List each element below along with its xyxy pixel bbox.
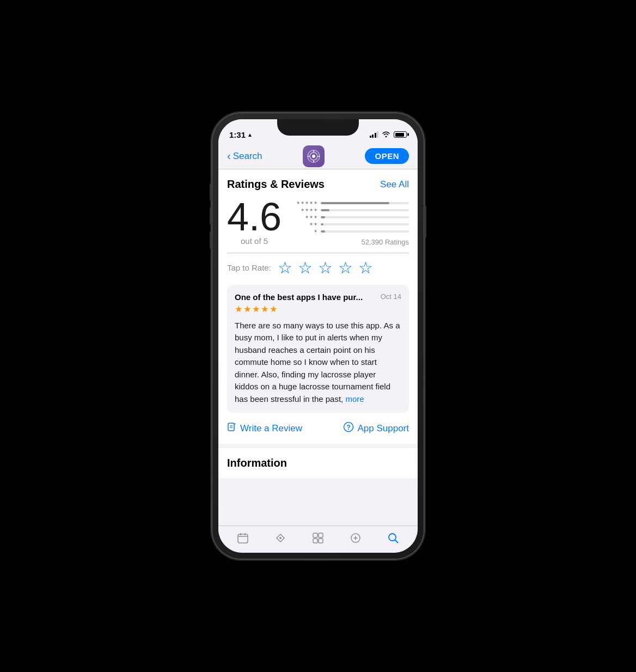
section-title: Ratings & Reviews (227, 178, 325, 191)
bottom-spacer (218, 478, 418, 511)
svg-line-23 (395, 540, 398, 543)
write-review-icon (227, 422, 237, 435)
tap-to-rate: Tap to Rate: ☆ ☆ ☆ ☆ ☆ (227, 260, 409, 276)
rate-star-4[interactable]: ☆ (338, 260, 353, 276)
write-review-button[interactable]: Write a Review (227, 421, 318, 435)
svg-point-16 (279, 537, 282, 539)
review-text: There are so many ways to use this app. … (235, 320, 401, 406)
rate-star-2[interactable]: ☆ (298, 260, 313, 276)
rate-star-3[interactable]: ☆ (318, 260, 333, 276)
app-icon-svg (307, 149, 321, 163)
svg-rect-19 (313, 539, 317, 543)
svg-rect-18 (319, 533, 323, 537)
svg-point-2 (312, 155, 315, 158)
time-text: 1:31 (229, 130, 246, 139)
review-star-2: ★ (243, 304, 251, 314)
rating-score: 4.6 out of 5 (227, 197, 282, 246)
apps-icon (312, 532, 324, 547)
arcade-icon (350, 532, 362, 547)
bar-row-4: ★ ★ ★ ★ (290, 207, 409, 212)
status-icons (370, 131, 407, 139)
review-star-3: ★ (252, 304, 260, 314)
svg-rect-12 (238, 534, 248, 543)
signal-icon (370, 131, 379, 138)
back-button[interactable]: ‹ Search (227, 150, 262, 162)
bar-stars-4: ★ ★ ★ ★ (290, 207, 317, 212)
review-card: One of the best apps I have pur... Oct 1… (227, 285, 409, 413)
see-all-button[interactable]: See All (380, 179, 409, 190)
section-header: Ratings & Reviews See All (227, 178, 409, 191)
navigation-bar: ‹ Search OPEN (218, 143, 418, 169)
review-date: Oct 14 (381, 292, 401, 301)
content-area: Ratings & Reviews See All 4.6 out of 5 ★… (218, 169, 418, 526)
svg-rect-17 (313, 533, 317, 537)
tab-games[interactable] (261, 530, 299, 549)
tab-arcade[interactable] (337, 530, 375, 549)
action-buttons: Write a Review ? App Support (227, 421, 409, 435)
rating-bars: ★ ★ ★ ★ ★ ★ ★ ★ (290, 197, 409, 246)
signal-bar-3 (375, 133, 376, 138)
divider-1 (227, 253, 409, 253)
phone-notch (277, 119, 359, 136)
phone-device: 1:31 ▲ (212, 113, 424, 559)
ratings-reviews-section: Ratings & Reviews See All 4.6 out of 5 ★… (218, 169, 418, 444)
info-title: Information (227, 457, 287, 469)
bar-row-1: ★ (290, 229, 409, 234)
review-stars: ★ ★ ★ ★ ★ (235, 304, 401, 314)
battery-icon (394, 131, 407, 138)
app-icon (303, 145, 325, 167)
tab-search[interactable] (375, 530, 412, 549)
open-button[interactable]: OPEN (365, 148, 409, 164)
bar-stars-5: ★ ★ ★ ★ ★ (290, 200, 317, 205)
app-support-button[interactable]: ? App Support (318, 421, 409, 435)
phone-screen: 1:31 ▲ (218, 119, 418, 553)
review-more-link[interactable]: more (345, 394, 364, 404)
tab-today[interactable] (224, 530, 261, 549)
bar-stars-2: ★ ★ (290, 222, 317, 227)
signal-bar-2 (372, 135, 374, 138)
signal-bar-4 (377, 131, 378, 138)
review-star-4: ★ (261, 304, 268, 314)
svg-rect-20 (319, 539, 323, 543)
today-icon (237, 532, 249, 547)
tab-apps[interactable] (299, 530, 337, 549)
bar-row-5: ★ ★ ★ ★ ★ (290, 200, 409, 205)
rate-stars[interactable]: ☆ ☆ ☆ ☆ ☆ (278, 260, 373, 276)
svg-rect-7 (228, 423, 234, 431)
rating-overview: 4.6 out of 5 ★ ★ ★ ★ ★ (227, 197, 409, 246)
location-arrow-icon: ▲ (247, 132, 253, 138)
signal-bar-1 (370, 136, 371, 138)
tab-bar (218, 526, 418, 553)
svg-text:?: ? (347, 424, 351, 431)
bar-stars-3: ★ ★ ★ (290, 215, 317, 219)
search-icon (387, 532, 399, 547)
review-title: One of the best apps I have pur... (235, 292, 376, 302)
back-label[interactable]: Search (233, 151, 262, 162)
wifi-icon (382, 131, 390, 139)
ratings-count: 52,390 Ratings (290, 238, 409, 246)
info-section: Information (218, 448, 418, 478)
games-icon (274, 532, 286, 547)
tap-label: Tap to Rate: (227, 263, 271, 272)
rate-star-1[interactable]: ☆ (278, 260, 292, 276)
rating-number: 4.6 (227, 197, 282, 236)
bar-stars-1: ★ (290, 229, 317, 234)
battery-fill (395, 133, 404, 137)
review-star-5: ★ (270, 304, 277, 314)
app-support-label[interactable]: App Support (357, 423, 409, 434)
review-star-1: ★ (235, 304, 242, 314)
write-review-label[interactable]: Write a Review (240, 423, 302, 434)
status-time: 1:31 ▲ (229, 130, 253, 139)
rate-star-5[interactable]: ☆ (358, 260, 373, 276)
bar-row-3: ★ ★ ★ (290, 215, 409, 219)
chevron-left-icon: ‹ (227, 150, 231, 162)
bar-row-2: ★ ★ (290, 222, 409, 227)
app-support-icon: ? (343, 421, 354, 435)
review-header: One of the best apps I have pur... Oct 1… (235, 292, 401, 302)
